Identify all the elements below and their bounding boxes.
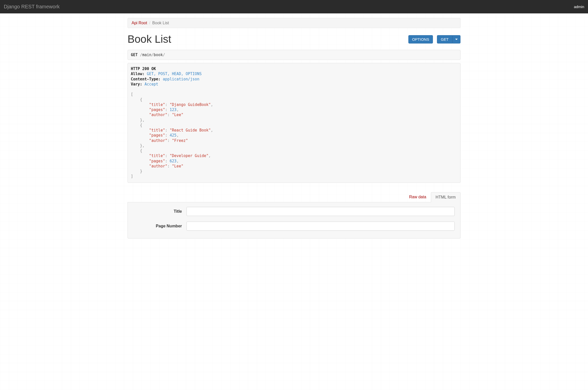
page-title: Book List [128,33,171,45]
response-body: HTTP 200 OK Allow: GET, POST, HEAD, OPTI… [128,63,460,183]
breadcrumb-root-link[interactable]: Api Root [132,21,147,25]
get-button[interactable]: GET [437,35,452,44]
form-row-pages: Page Number [133,222,455,231]
user-menu[interactable]: admin [574,5,584,9]
request-method: GET [131,53,138,57]
post-form-tabs: Raw data HTML form [128,192,460,202]
page-header: Book List OPTIONS GET [128,33,460,45]
request-path-sep: / [151,53,154,57]
pages-label: Page Number [133,224,186,228]
brand-link[interactable]: Django REST framework [4,4,60,10]
request-path-seg2: book [154,53,163,57]
navbar: Django REST framework admin [0,0,588,13]
form-row-title: Title [133,207,455,216]
request-line: GET /main/book/ [128,50,460,60]
request-path-prefix: / [140,53,142,57]
chevron-down-icon [455,39,458,40]
breadcrumb-current: Book List [152,21,169,25]
pages-input[interactable] [186,222,455,231]
get-button-group: GET [437,35,460,44]
request-path-trailing: / [163,53,165,57]
breadcrumb: Api Root / Book List [128,18,460,28]
title-input[interactable] [186,207,455,216]
title-label: Title [133,209,186,214]
get-dropdown-toggle[interactable] [452,35,460,44]
breadcrumb-separator: / [149,21,150,25]
html-form-panel: Title Page Number [128,202,460,239]
tab-html-form[interactable]: HTML form [431,192,460,202]
tab-raw-data[interactable]: Raw data [405,192,431,202]
options-button[interactable]: OPTIONS [408,35,433,44]
request-path-seg1: main [142,53,151,57]
action-buttons: OPTIONS GET [408,35,460,44]
